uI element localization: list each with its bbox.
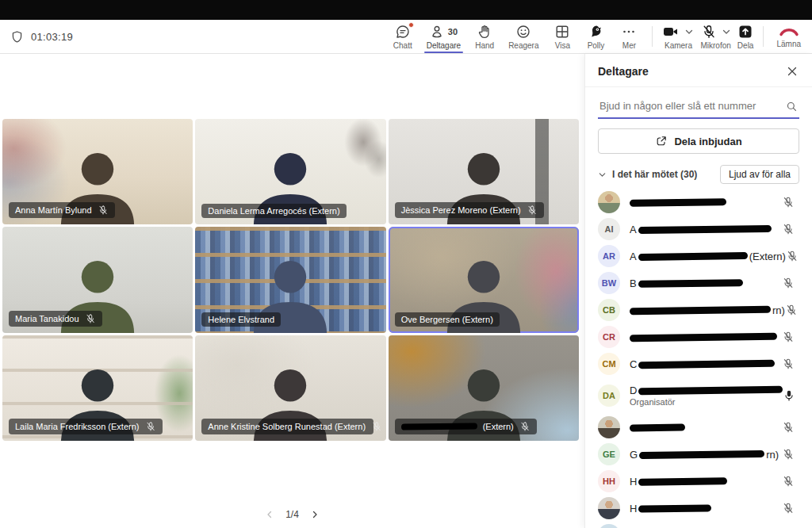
tab-participants-label: Deltagare (427, 41, 461, 50)
mic-muted-icon[interactable] (782, 277, 795, 289)
avatar-initials: AI (598, 218, 620, 240)
participant-name: Jèssica Perez Moreno (Extern) (401, 205, 521, 215)
leave-label: Lämna (776, 40, 801, 48)
tab-raise-hand[interactable]: Hand (468, 20, 501, 53)
participant-row[interactable]: CB rn) (585, 297, 812, 323)
participant-row[interactable]: HH H (585, 468, 812, 495)
mic-on-icon[interactable] (783, 389, 795, 402)
name-fragment: H (630, 476, 637, 488)
share-screen-button[interactable]: Dela (734, 24, 757, 50)
name-fragment: C (630, 358, 637, 370)
participant-row[interactable]: GE G rn) (585, 441, 812, 468)
mic-muted-icon[interactable] (782, 475, 795, 488)
participant-row[interactable]: AI A (585, 216, 812, 243)
mic-muted-icon (371, 421, 382, 432)
share-invite-button[interactable]: Dela inbjudan (598, 128, 799, 154)
video-tile-daniela[interactable]: Daniela Lerma Arregocés (Extern) (195, 119, 385, 224)
tab-chat[interactable]: Chatt (386, 20, 419, 53)
participant-list[interactable]: AI A AR A (Extern) BW B (585, 189, 812, 528)
name-fragment: D (630, 385, 637, 396)
leave-button[interactable]: Lämna (770, 25, 812, 48)
mic-muted-icon[interactable] (782, 331, 795, 343)
panel-title: Deltagare (598, 65, 649, 78)
participant-row-organizer[interactable]: DA D Organisatör (585, 377, 812, 414)
leave-call-icon (779, 25, 799, 39)
chat-notification-dot (408, 22, 414, 28)
microphone-button[interactable]: Mikrofon (697, 24, 733, 50)
video-tile-anna[interactable]: Anna Martín Bylund (2, 119, 193, 224)
avatar (598, 191, 620, 213)
name-fragment: rn) (772, 304, 785, 316)
avatar-initials: DA (598, 385, 620, 407)
grid-pagination: 1/4 (0, 509, 584, 520)
participant-row[interactable] (585, 522, 812, 528)
chevron-down-icon (598, 170, 607, 179)
video-tile-redacted[interactable]: (Extern) (389, 335, 579, 441)
mic-muted-icon[interactable] (782, 448, 795, 461)
mic-muted-icon[interactable] (782, 502, 795, 515)
next-page-button[interactable] (310, 510, 320, 519)
video-grid: Anna Martín Bylund Daniela Lerma Arregoc… (2, 119, 579, 441)
participant-name: Ove Bergersen (Extern) (401, 315, 493, 324)
video-tile-anne[interactable]: Anne Kristine Solberg Runestad (Extern) (195, 335, 385, 441)
close-panel-button[interactable] (785, 64, 799, 78)
tab-more-label: Mer (622, 41, 636, 50)
avatar-initials: CR (598, 326, 620, 348)
video-name-label: Anna Martín Bylund (9, 202, 115, 218)
video-tile-maria[interactable]: Maria Tanakidou (2, 227, 193, 332)
meeting-info: 01:03:19 (0, 30, 73, 44)
mic-muted-icon[interactable] (785, 304, 798, 316)
mic-muted-icon[interactable] (782, 196, 795, 209)
video-name-label: Laila Maria Fredriksson (Extern) (9, 419, 163, 434)
chevron-left-icon (265, 510, 274, 519)
tab-react[interactable]: Reagera (501, 20, 546, 53)
name-redaction-mark (638, 359, 775, 368)
name-redaction-mark (630, 423, 685, 431)
camera-button[interactable]: Kamera (659, 24, 697, 50)
video-name-label: Helene Elvstrand (201, 312, 281, 327)
video-tile-helene[interactable]: Helene Elvstrand (195, 227, 385, 332)
microphone-label: Mikrofon (700, 41, 730, 50)
tab-participants[interactable]: 30 Deltagare (419, 20, 468, 53)
participant-row[interactable]: H (585, 495, 812, 522)
name-fragment: rn) (766, 449, 779, 461)
mic-muted-icon[interactable] (782, 421, 795, 434)
name-redaction-mark (638, 477, 727, 486)
mic-muted-icon[interactable] (782, 358, 795, 370)
participant-row[interactable]: CM C (585, 350, 812, 377)
toolbar-divider (763, 26, 764, 47)
raise-hand-icon (477, 24, 492, 40)
previous-page-button[interactable] (265, 510, 274, 519)
participant-name-suffix: (Extern) (483, 422, 514, 431)
in-meeting-section-label: I det här mötet (30) (612, 169, 697, 180)
invite-search (598, 95, 799, 119)
name-redaction-mark (638, 224, 772, 233)
tab-polly[interactable]: Polly (579, 20, 612, 53)
participant-row[interactable]: BW B (585, 270, 812, 297)
participant-row[interactable] (585, 414, 812, 441)
tab-view[interactable]: Visa (546, 20, 579, 53)
mute-all-button[interactable]: Ljud av för alla (720, 165, 799, 184)
video-tile-jessica[interactable]: Jèssica Perez Moreno (Extern) (389, 119, 579, 224)
camera-label: Kamera (665, 41, 692, 50)
avatar (598, 497, 620, 519)
video-tile-ove-active-speaker[interactable]: Ove Bergersen (Extern) (389, 227, 579, 332)
participant-row[interactable]: CR (585, 323, 812, 350)
organizer-badge: Organisatör (630, 397, 783, 407)
tab-more[interactable]: Mer (612, 20, 645, 53)
video-tile-laila[interactable]: Laila Maria Fredriksson (Extern) (2, 335, 193, 441)
camera-dropdown-chevron-icon[interactable] (684, 27, 694, 36)
mic-muted-icon (85, 313, 96, 324)
in-meeting-section-toggle[interactable]: I det här mötet (30) (598, 169, 697, 180)
participant-name: Helene Elvstrand (208, 315, 274, 324)
participant-row[interactable]: AR A (Extern) (585, 243, 812, 270)
page-indicator: 1/4 (285, 509, 299, 520)
mic-muted-icon[interactable] (782, 223, 795, 235)
share-invite-icon (655, 135, 668, 147)
invite-search-input[interactable] (598, 95, 799, 117)
participant-row[interactable] (585, 189, 812, 216)
mic-dropdown-chevron-icon[interactable] (722, 27, 731, 36)
mic-muted-icon (519, 421, 530, 432)
mic-muted-icon[interactable] (786, 250, 799, 262)
video-name-label: Maria Tanakidou (9, 311, 102, 327)
